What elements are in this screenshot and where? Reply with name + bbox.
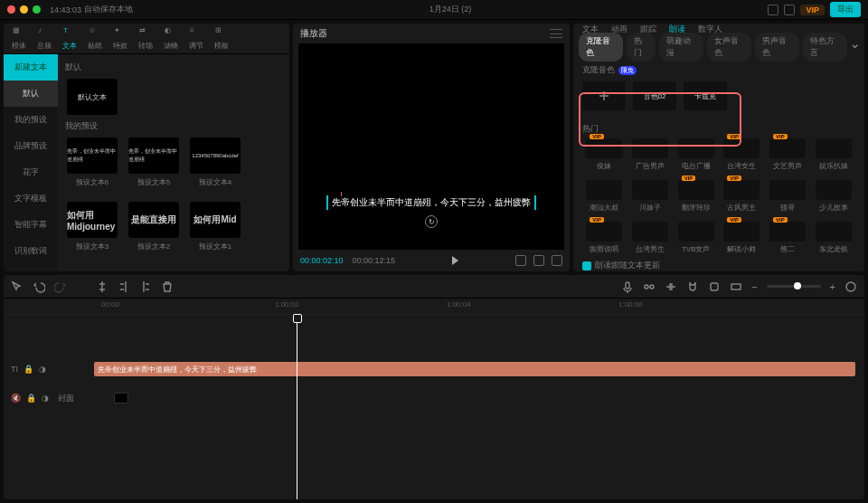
voice-card[interactable]: 古风男主 [720,180,764,213]
preset-card[interactable]: 先帝，创业未半而中道崩殂预设文本6 [65,138,119,187]
asset-tab-调节[interactable]: ≡调节 [184,24,208,52]
voice-card[interactable]: 振雨说唱 [582,222,627,254]
asset-tab-模体[interactable]: ▦模体 [7,24,31,52]
zoom-slider[interactable] [767,285,821,288]
side-item[interactable]: 文字模板 [4,185,58,212]
visibility-icon[interactable]: ◑ [42,394,49,403]
voice-chip [586,180,622,200]
rotate-handle-icon[interactable]: ↻ [425,215,438,228]
preset-thumb: 如何用Midjourney [67,202,118,238]
mute-icon[interactable]: 🔇 [11,394,21,403]
asset-tab-音频[interactable]: ♪音频 [33,24,56,52]
tab-label: 模体 [12,41,26,51]
voice-pill[interactable]: 克隆音色 [579,33,623,62]
side-item[interactable]: 本地字幕 [4,264,58,271]
voice-card[interactable]: 熊二 [766,222,810,254]
asset-tab-模板[interactable]: ⊞模板 [210,24,233,52]
layout-b-icon[interactable] [784,5,795,15]
side-item[interactable]: 花字 [4,159,58,185]
select-tool-icon[interactable] [11,280,24,293]
cover-label: 封面 [58,393,74,404]
side-item[interactable]: 识别歌词 [4,238,58,264]
side-item[interactable]: 智能字幕 [4,212,58,238]
tracks-area[interactable]: TI 🔒 ◑ 先帝创业未半而中道崩殂，今天下三分，益州疲弊 🔇 🔒 ◑ 封面 [4,315,864,499]
side-item[interactable]: 新建文本 [4,54,58,81]
side-item[interactable]: 我的预设 [4,107,58,133]
undo-icon[interactable] [33,280,45,293]
checkbox-icon[interactable] [582,261,591,270]
voice-card[interactable]: 台湾男生 [628,222,673,254]
side-item[interactable]: 品牌预设 [4,133,58,159]
asset-tab-转场[interactable]: ⇄转场 [134,24,157,52]
link-icon[interactable] [708,280,721,293]
voice-pill[interactable]: 特色方言 [803,33,847,62]
voice-card[interactable]: 少儿故事 [811,180,855,213]
auto-a-icon[interactable] [643,280,656,293]
voice-pill[interactable]: 萌趣动漫 [659,33,703,62]
split-icon[interactable] [96,280,108,293]
asset-tab-贴纸[interactable]: ☺贴纸 [83,24,107,52]
voice-card[interactable]: 骚哥 [766,180,810,213]
time-ruler[interactable]: 00:00 1:00:02 1:00:04 1:00:06 [4,299,864,315]
preview-cut-icon[interactable] [730,280,742,293]
play-button[interactable] [452,256,458,265]
clone-voice-card[interactable]: 卡兹克 [684,81,727,110]
video-track[interactable]: 🔇 🔒 ◑ 封面 [4,389,864,407]
export-button[interactable]: 导出 [830,2,861,17]
follow-text-toggle[interactable]: 朗读跟随文本更新 [573,256,864,271]
assets-panel: ▦模体♪音频T文本☺贴纸✦特效⇄转场◐滤镜≡调节⊞模板 新建文本默认我的预设品牌… [4,24,289,271]
fit-icon[interactable] [844,280,857,293]
ratio-icon[interactable] [515,255,526,266]
lock-icon[interactable]: 🔒 [24,365,33,374]
voice-card[interactable]: 潮汕大叔 [582,180,627,213]
voice-pill[interactable]: 男声音色 [755,33,799,62]
preset-default-text[interactable]: 默认文本 [65,79,119,115]
voice-card[interactable]: 电台广播 [674,138,718,171]
asset-tab-文本[interactable]: T文本 [58,24,81,52]
playhead[interactable] [297,315,297,499]
voice-card[interactable]: 文艺男声 [766,138,810,171]
voice-card[interactable]: 解说小帅 [720,222,764,254]
preset-card[interactable]: 如何用Midjourney预设文本3 [65,202,119,252]
side-item[interactable]: 默认 [4,81,58,107]
voice-pill[interactable]: 女声音色 [707,33,751,62]
auto-b-icon[interactable] [665,280,677,293]
delete-icon[interactable] [161,280,174,293]
split-right-icon[interactable] [139,280,152,293]
voice-card[interactable]: 翻牙玲珍 [674,180,718,213]
layout-a-icon[interactable] [768,5,778,15]
voice-card[interactable]: 川妹子 [628,180,673,213]
voice-card[interactable]: 东北老铁 [811,222,855,254]
voice-card[interactable]: 广告男声 [628,138,673,171]
preset-card[interactable]: 1234567890abcdef预设文本4 [188,138,242,187]
voice-card[interactable]: 俊妹 [582,138,627,171]
vip-badge[interactable]: VIP [800,5,825,15]
preview-text-clip[interactable]: 先帝创业未半而中道崩殂，今天下三分，益州疲弊 [326,195,536,210]
lock-icon[interactable]: 🔒 [26,394,36,403]
split-left-icon[interactable] [118,280,130,293]
asset-tab-特效[interactable]: ✦特效 [108,24,132,52]
visibility-icon[interactable]: ◑ [39,365,46,374]
chevron-down-icon[interactable] [851,43,859,52]
cover-thumb[interactable] [114,393,128,403]
text-clip[interactable]: 先帝创业未半而中道崩殂，今天下三分，益州疲弊 [94,362,855,376]
text-track[interactable]: TI 🔒 ◑ 先帝创业未半而中道崩殂，今天下三分，益州疲弊 [4,360,864,378]
transport-bar: 00:00:02:10 00:00:12:15 [293,250,570,271]
fullscreen-icon[interactable] [552,255,562,266]
preview-stage[interactable]: 先帝创业未半而中道崩殂，今天下三分，益州疲弊 ↻ [298,43,564,250]
voice-card[interactable]: 娱乐扒妹 [811,138,855,171]
preset-card[interactable]: 如何用Mid预设文本1 [188,202,242,252]
magnet-icon[interactable] [686,280,699,293]
add-clone-voice-button[interactable] [582,81,626,110]
preset-card[interactable]: 先帝，创业未半而中道崩殂预设文本5 [127,138,181,187]
clone-voice-card[interactable]: 音色02 [633,81,676,110]
mic-icon[interactable] [621,280,634,293]
preview-menu-icon[interactable] [550,29,562,38]
window-controls[interactable] [7,5,41,14]
voice-pill[interactable]: 热门 [627,33,656,62]
preset-card[interactable]: 是能直接用预设文本2 [127,202,181,252]
voice-card[interactable]: TVB女声 [674,222,718,254]
compare-icon[interactable] [533,255,544,266]
voice-card[interactable]: 台湾女生 [720,138,764,171]
asset-tab-滤镜[interactable]: ◐滤镜 [159,24,183,52]
